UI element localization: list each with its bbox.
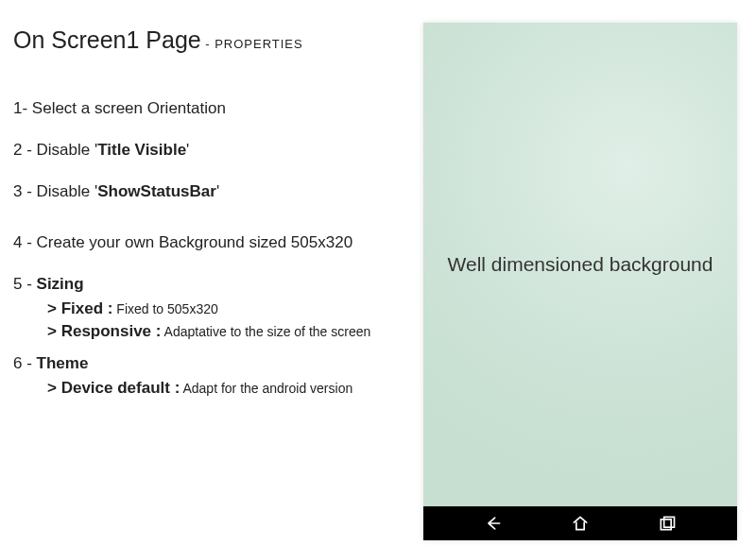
home-icon[interactable] bbox=[570, 513, 591, 534]
android-navbar bbox=[423, 506, 737, 540]
svg-rect-0 bbox=[661, 520, 671, 530]
step-4: 4 - Create your own Background sized 505… bbox=[13, 233, 395, 252]
step-2: 2 - Disable 'Title Visible' bbox=[13, 141, 395, 160]
step-5-responsive-note: Adaptative to the size of the screen bbox=[161, 324, 370, 339]
title-sub: - PROPERTIES bbox=[205, 37, 303, 51]
step-3-suffix: ' bbox=[216, 182, 219, 200]
step-1: 1- Select a screen Orientation bbox=[13, 99, 395, 118]
step-5-fixed-label: > Fixed : bbox=[47, 299, 112, 317]
step-5-fixed: > Fixed : Fixed to 505x320 bbox=[47, 299, 395, 318]
phone-background: Well dimensioned background bbox=[423, 23, 737, 506]
step-5-prefix: 5 - bbox=[13, 275, 37, 293]
back-icon[interactable] bbox=[483, 513, 504, 534]
recents-icon[interactable] bbox=[657, 513, 678, 534]
svg-rect-1 bbox=[664, 517, 675, 527]
page-title: On Screen1 Page - PROPERTIES bbox=[13, 26, 395, 54]
step-2-bold: Title Visible bbox=[97, 141, 186, 159]
step-5-fixed-note: Fixed to 505x320 bbox=[112, 301, 217, 316]
step-5-bold: Sizing bbox=[37, 275, 84, 293]
title-main: On Screen1 Page bbox=[13, 26, 201, 53]
step-5: 5 - Sizing bbox=[13, 275, 395, 294]
step-3-bold: ShowStatusBar bbox=[97, 182, 216, 200]
step-6-device-default-label: > Device default : bbox=[47, 379, 180, 397]
step-2-prefix: 2 - Disable ' bbox=[13, 141, 97, 159]
step-6-options: > Device default : Adapt for the android… bbox=[13, 379, 395, 398]
step-3-prefix: 3 - Disable ' bbox=[13, 182, 97, 200]
step-6-prefix: 6 - bbox=[13, 354, 37, 372]
step-6-device-default: > Device default : Adapt for the android… bbox=[47, 379, 395, 398]
step-6-device-default-note: Adapt for the android version bbox=[180, 381, 352, 396]
step-6: 6 - Theme bbox=[13, 354, 395, 373]
phone-mockup: Well dimensioned background bbox=[423, 23, 737, 540]
step-5-responsive: > Responsive : Adaptative to the size of… bbox=[47, 322, 395, 341]
step-6-bold: Theme bbox=[37, 354, 89, 372]
step-5-responsive-label: > Responsive : bbox=[47, 322, 161, 340]
instructions-panel: On Screen1 Page - PROPERTIES 1- Select a… bbox=[0, 0, 406, 546]
phone-caption: Well dimensioned background bbox=[448, 253, 713, 276]
step-3: 3 - Disable 'ShowStatusBar' bbox=[13, 182, 395, 201]
step-2-suffix: ' bbox=[186, 141, 189, 159]
step-5-options: > Fixed : Fixed to 505x320 > Responsive … bbox=[13, 299, 395, 341]
